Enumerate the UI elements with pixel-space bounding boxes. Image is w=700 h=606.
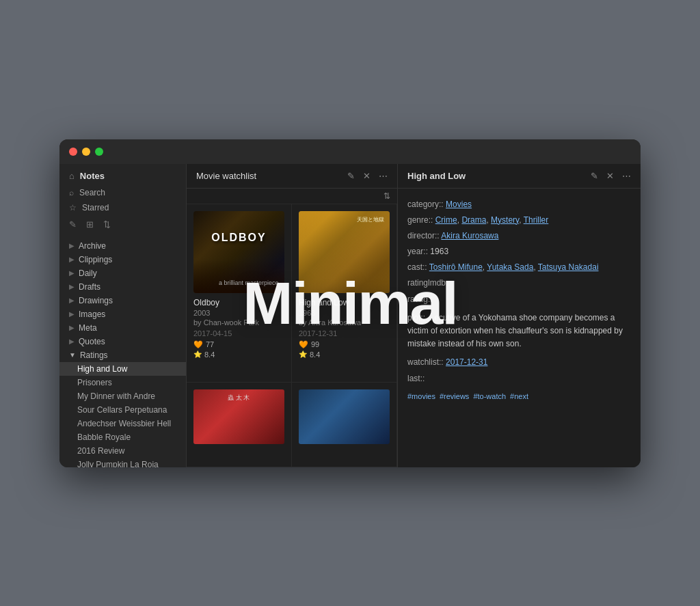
movie-date: 2017-04-15 — [193, 329, 284, 338]
folder-icon[interactable]: ⊞ — [86, 219, 94, 230]
cast-nakadai[interactable]: Tatsuya Nakadai — [538, 262, 599, 272]
search-label: Search — [79, 188, 105, 197]
sidebar-folder-images[interactable]: ▶ Images — [59, 307, 186, 321]
folder-label: Drawings — [79, 296, 113, 305]
sidebar-folder-daily[interactable]: ▶ Daily — [59, 266, 186, 280]
movie-card-bottom-1[interactable]: 蟲 太 木 — [187, 383, 292, 467]
category-link[interactable]: Movies — [446, 199, 472, 209]
folder-label: Clippings — [79, 255, 112, 264]
new-note-icon[interactable]: ✎ — [69, 219, 77, 230]
sidebar-search[interactable]: ⌕ Search — [59, 185, 186, 200]
folder-arrow-icon: ▶ — [69, 269, 75, 277]
tag-next[interactable]: #next — [510, 392, 528, 400]
folder-label: Ratings — [80, 350, 108, 360]
movie-director: by Akira Kurosawa — [299, 318, 390, 327]
sidebar-item-label: Babble Royale — [77, 432, 131, 442]
year-val: 1963 — [430, 247, 448, 256]
director-key: director:: — [407, 231, 440, 240]
heart-icon: 🧡 — [299, 340, 308, 349]
heart-rating-val: 77 — [206, 340, 214, 348]
genre-crime[interactable]: Crime — [435, 215, 457, 225]
sidebar-item-label: High and Low — [77, 364, 127, 374]
sidebar-item-babble[interactable]: Babble Royale — [59, 430, 186, 444]
movie-rating-star: ⭐ 8.4 — [193, 350, 284, 359]
sort-icon[interactable]: ⇅ — [103, 219, 111, 230]
movie-card-highandlow[interactable]: 天国と地獄 High and Low 1963 by Akira Kurosaw… — [292, 204, 397, 383]
sidebar-folder-meta[interactable]: ▶ Meta — [59, 321, 186, 335]
sidebar-item-andechser[interactable]: Andechser Weissbier Hell — [59, 417, 186, 430]
sidebar-item-label: My Dinner with Andre — [77, 391, 155, 401]
genre-mystery[interactable]: Mystery — [491, 215, 519, 225]
app-window: Minimal ⌂ Notes ⌕ Search — [59, 139, 641, 467]
sidebar-folder-archive[interactable]: ▶ Archive — [59, 239, 186, 253]
detail-header-actions: ✎ ✕ ⋯ — [591, 171, 631, 181]
tag-movies[interactable]: #movies — [407, 392, 435, 400]
edit-icon[interactable]: ✎ — [347, 171, 355, 181]
folder-arrow-icon: ▶ — [69, 297, 75, 304]
movie-card-bottom-2[interactable] — [292, 383, 397, 467]
close-button[interactable] — [69, 148, 77, 156]
rating-key: rating:: — [407, 294, 433, 304]
movie-poster-highandlow: 天国と地獄 — [299, 211, 390, 293]
starred-label: Starred — [82, 203, 109, 212]
plot-key: plot:: — [407, 313, 425, 322]
more-icon[interactable]: ⋯ — [379, 171, 388, 181]
sidebar-folder-clippings[interactable]: ▶ Clippings — [59, 253, 186, 266]
sidebar-folder-ratings[interactable]: ▼ Ratings — [59, 348, 186, 362]
detail-body: category:: Movies genre:: Crime, Drama, … — [398, 189, 641, 467]
director-link[interactable]: Akira Kurosawa — [441, 231, 498, 240]
sidebar-folder-quotes[interactable]: ▶ Quotes — [59, 335, 186, 348]
movie-list-header: Movie watchlist ✎ ✕ ⋯ — [187, 164, 397, 189]
tag-to-watch[interactable]: #to-watch — [473, 392, 506, 400]
detail-cast: cast:: Toshirô Mifune, Yutaka Sada, Tats… — [407, 261, 631, 274]
sidebar-item-prisoners[interactable]: Prisoners — [59, 376, 186, 389]
movie-list-title: Movie watchlist — [196, 171, 256, 181]
panel-header-actions: ✎ ✕ ⋯ — [347, 171, 388, 181]
detail-more-icon[interactable]: ⋯ — [622, 171, 631, 181]
folder-label: Images — [79, 309, 105, 319]
plot-text: ...ecutive of a Yokohama shoe company be… — [407, 313, 623, 348]
sidebar-item-high-and-low[interactable]: High and Low — [59, 362, 186, 376]
cast-sada[interactable]: Yutaka Sada — [487, 262, 533, 272]
tag-reviews[interactable]: #reviews — [440, 392, 469, 400]
sidebar-item-my-dinner[interactable]: My Dinner with Andre — [59, 389, 186, 403]
detail-category: category:: Movies — [407, 198, 631, 211]
watchlist-link[interactable]: 2017-12-31 — [446, 357, 487, 367]
movie-grid: a brilliant masterpiece. Oldboy 2003 by … — [187, 204, 397, 467]
watchlist-key: watchlist:: — [407, 357, 444, 367]
folder-label: Archive — [79, 241, 106, 251]
category-key: category:: — [407, 199, 444, 209]
sidebar-folder-drafts[interactable]: ▶ Drafts — [59, 280, 186, 294]
folder-arrow-icon: ▶ — [69, 256, 75, 263]
sidebar-starred[interactable]: ☆ Starred — [59, 200, 186, 215]
sidebar-title: Notes — [80, 171, 105, 181]
cast-mifune[interactable]: Toshirô Mifune — [429, 262, 483, 272]
movie-card-oldboy[interactable]: a brilliant masterpiece. Oldboy 2003 by … — [187, 204, 292, 383]
sidebar-item-label: Jolly Pumpkin La Roja — [77, 460, 159, 467]
sort-list-icon[interactable]: ⇅ — [383, 191, 390, 201]
detail-edit-icon[interactable]: ✎ — [591, 171, 598, 181]
sidebar: ⌂ Notes ⌕ Search ☆ Starred ✎ ⊞ ⇅ — [59, 164, 186, 467]
sidebar-folder-drawings[interactable]: ▶ Drawings — [59, 294, 186, 307]
detail-close-icon[interactable]: ✕ — [606, 171, 614, 181]
sidebar-item-2016-review[interactable]: 2016 Review — [59, 444, 186, 458]
maximize-button[interactable] — [95, 148, 103, 156]
movie-rating-star: ⭐ 8.4 — [299, 350, 390, 359]
movie-title: High and Low — [299, 298, 390, 307]
genre-drama[interactable]: Drama — [461, 215, 486, 225]
detail-year: year:: 1963 — [407, 245, 631, 258]
close-icon[interactable]: ✕ — [363, 171, 371, 181]
detail-panel: High and Low ✎ ✕ ⋯ category:: Movies gen… — [398, 164, 641, 467]
minimize-button[interactable] — [82, 148, 90, 156]
sidebar-item-jolly-pumpkin[interactable]: Jolly Pumpkin La Roja — [59, 458, 186, 467]
ratinglmdb-key: ratinglmdb:: — [407, 278, 450, 288]
folder-label: Quotes — [79, 337, 105, 346]
folder-arrow-icon: ▶ — [69, 338, 75, 345]
detail-last: last:: — [407, 372, 631, 385]
genre-thriller[interactable]: Thriller — [524, 215, 549, 225]
folder-arrow-icon: ▼ — [69, 351, 76, 359]
detail-title: High and Low — [407, 171, 466, 181]
sidebar-toolbar: ✎ ⊞ ⇅ — [59, 215, 186, 234]
detail-genre: genre:: Crime, Drama, Mystery, Thriller — [407, 214, 631, 227]
sidebar-item-sour-cellars[interactable]: Sour Cellars Perpetuana — [59, 403, 186, 417]
